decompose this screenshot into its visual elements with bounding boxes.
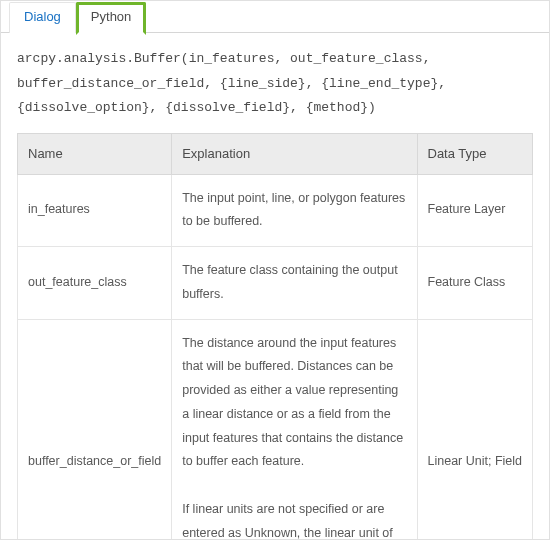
table-row: buffer_distance_or_field The distance ar… <box>18 319 533 540</box>
col-header-name: Name <box>18 134 172 175</box>
tab-python[interactable]: Python <box>76 2 146 35</box>
table-row: in_features The input point, line, or po… <box>18 174 533 247</box>
param-name: buffer_distance_or_field <box>18 319 172 540</box>
param-explanation: The distance around the input features t… <box>172 319 417 540</box>
table-header-row: Name Explanation Data Type <box>18 134 533 175</box>
param-datatype: Linear Unit; Field <box>417 319 533 540</box>
syntax-signature: arcpy.analysis.Buffer(in_features, out_f… <box>17 47 533 121</box>
param-datatype: Feature Layer <box>417 174 533 247</box>
table-row: out_feature_class The feature class cont… <box>18 247 533 320</box>
tab-bar: Dialog Python <box>1 1 549 33</box>
param-name: in_features <box>18 174 172 247</box>
param-explanation: The feature class containing the output … <box>172 247 417 320</box>
parameters-table: Name Explanation Data Type in_features T… <box>17 133 533 540</box>
content-panel: arcpy.analysis.Buffer(in_features, out_f… <box>1 33 549 540</box>
col-header-explanation: Explanation <box>172 134 417 175</box>
tab-dialog[interactable]: Dialog <box>9 2 76 33</box>
param-datatype: Feature Class <box>417 247 533 320</box>
col-header-datatype: Data Type <box>417 134 533 175</box>
param-explanation: The input point, line, or polygon featur… <box>172 174 417 247</box>
param-name: out_feature_class <box>18 247 172 320</box>
